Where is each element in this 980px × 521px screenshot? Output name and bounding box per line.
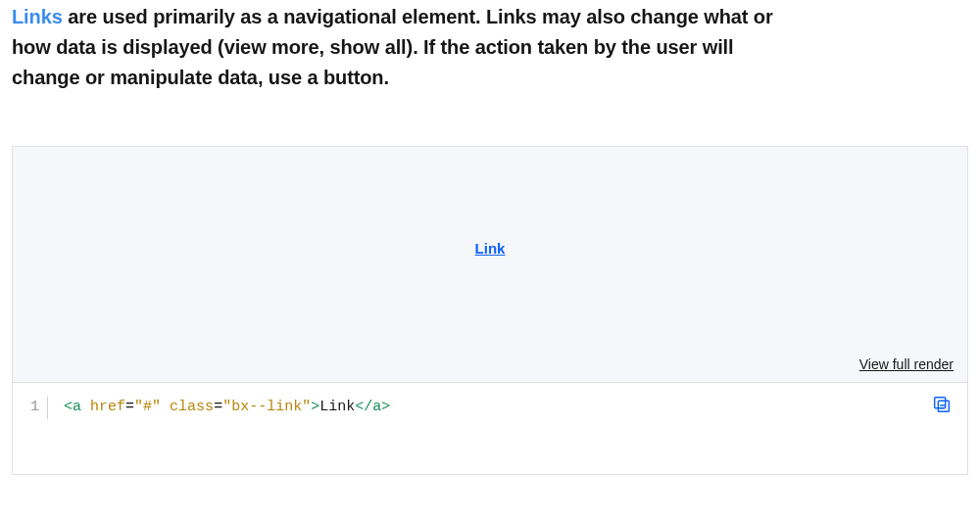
preview-stage: Link — [13, 147, 967, 349]
code-area: 1 <a href="#" class="bx--link">Link</a> — [13, 383, 967, 474]
line-number: 1 — [24, 397, 48, 419]
intro-text: are used primarily as a navigational ele… — [12, 6, 773, 88]
links-keyword-link[interactable]: Links — [12, 6, 63, 27]
svg-rect-1 — [935, 398, 946, 408]
copy-code-button[interactable] — [930, 395, 954, 418]
preview-area: Link View full render — [13, 147, 967, 383]
code-content: <a href="#" class="bx--link">Link</a> — [58, 397, 390, 419]
example-card: Link View full render 1 <a href="#" clas… — [12, 146, 968, 475]
preview-footer: View full render — [13, 349, 967, 382]
example-link[interactable]: Link — [475, 240, 506, 257]
svg-rect-0 — [938, 401, 949, 411]
copy-icon — [931, 394, 953, 419]
intro-paragraph: Links are used primarily as a navigation… — [12, 0, 776, 101]
view-full-render-link[interactable]: View full render — [859, 356, 954, 372]
code-row: 1 <a href="#" class="bx--link">Link</a> — [24, 397, 956, 419]
